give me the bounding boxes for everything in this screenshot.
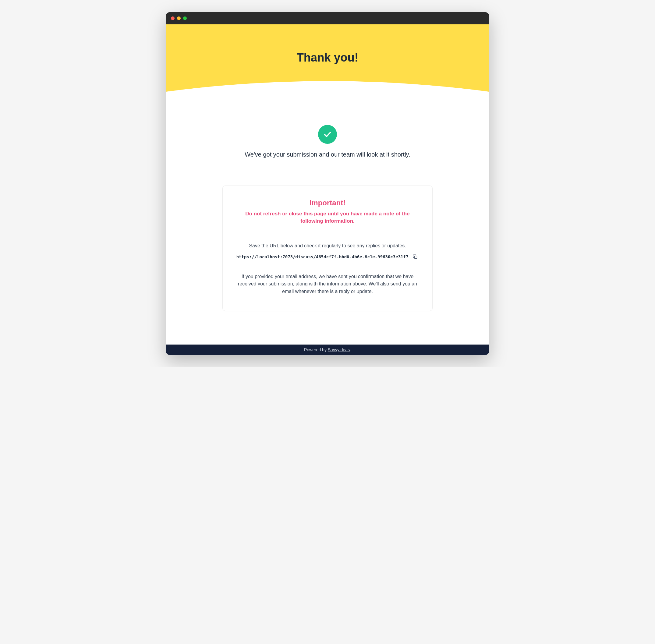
- svg-rect-0: [415, 256, 417, 258]
- app-window: Thank you! We've got your submission and…: [166, 12, 489, 355]
- hero-curve-decoration: [166, 79, 489, 104]
- window-close-button[interactable]: [171, 17, 175, 20]
- card-warning-text: Do not refresh or close this page until …: [235, 210, 420, 225]
- important-card: Important! Do not refresh or close this …: [222, 186, 433, 311]
- footer-brand-link[interactable]: SavvyIdeas: [328, 347, 350, 352]
- page-title: Thank you!: [166, 24, 489, 64]
- confirmation-message: We've got your submission and our team w…: [178, 151, 477, 158]
- copy-url-button[interactable]: [412, 253, 419, 260]
- hero-banner: Thank you!: [166, 24, 489, 104]
- window-titlebar: [166, 12, 489, 24]
- url-row: https://localhost:7073/discuss/465dcf7f-…: [235, 253, 420, 260]
- footer-bar: Powered by SavvyIdeas.: [166, 345, 489, 355]
- email-confirmation-note: If you provided your email address, we h…: [235, 273, 420, 296]
- submission-url: https://localhost:7073/discuss/465dcf7f-…: [236, 254, 409, 259]
- window-maximize-button[interactable]: [183, 17, 187, 20]
- success-check-icon: [318, 125, 337, 144]
- copy-icon: [412, 254, 418, 259]
- card-instruction-text: Save the URL below and check it regularl…: [235, 243, 420, 249]
- footer-suffix: .: [350, 347, 351, 352]
- card-heading: Important!: [235, 199, 420, 207]
- main-content: We've got your submission and our team w…: [166, 104, 489, 345]
- window-minimize-button[interactable]: [177, 17, 181, 20]
- footer-prefix: Powered by: [304, 347, 328, 352]
